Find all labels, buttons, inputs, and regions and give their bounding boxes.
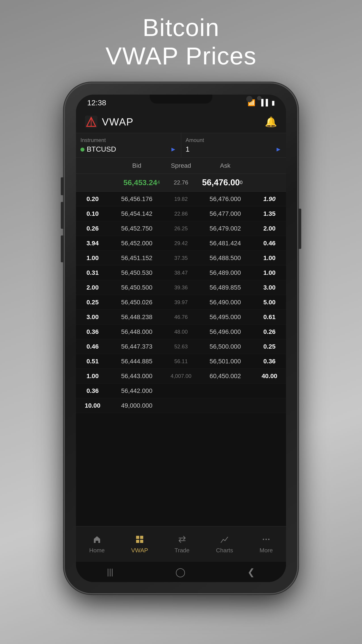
app-logo-icon — [85, 116, 97, 128]
instrument-selector[interactable]: Instrument BTCUSD ► — [76, 133, 181, 158]
row-ask: 56,495.000 — [198, 314, 253, 321]
android-back-icon[interactable]: ❮ — [247, 567, 255, 577]
row-ask: 56,489.855 — [198, 284, 253, 291]
amount-arrow-icon: ► — [275, 146, 282, 153]
row-spread: 26.25 — [164, 226, 198, 232]
row-bid: 56,450.026 — [109, 299, 164, 306]
amount-label: Amount — [186, 137, 282, 143]
phone-notch — [150, 94, 212, 104]
nav-label-vwap: VWAP — [131, 547, 148, 554]
notifications-icon[interactable]: 🔔 — [265, 116, 277, 128]
svg-point-9 — [268, 539, 270, 540]
row-qty-ask: 2.00 — [253, 225, 286, 232]
instrument-status-dot — [80, 148, 84, 152]
instrument-value: BTCUSD ► — [80, 145, 177, 154]
android-home-icon[interactable]: ◯ — [175, 567, 185, 577]
row-bid: 56,456.176 — [109, 196, 164, 202]
nav-item-trade[interactable]: Trade — [175, 534, 189, 554]
table-row[interactable]: 0.20 56,456.176 19.82 56,476.000 1.90 — [76, 192, 286, 206]
nav-item-charts[interactable]: Charts — [216, 534, 233, 554]
phone-shell: 12:38 📶 ▐▐ ▮ VWAP 🔔 — [65, 84, 297, 593]
table-row[interactable]: 10.00 49,000.000 — [76, 398, 286, 413]
svg-point-7 — [263, 539, 264, 540]
svg-rect-6 — [140, 540, 143, 543]
row-ask: 56,477.000 — [198, 210, 253, 217]
android-recent-icon[interactable]: ||| — [107, 567, 113, 577]
row-ask: 56,476.000 — [198, 196, 253, 202]
row-bid: 56,444.885 — [109, 358, 164, 365]
row-qty-bid: 0.51 — [76, 358, 109, 365]
instrument-label: Instrument — [80, 137, 177, 143]
row-bid: 49,000.000 — [109, 402, 164, 409]
row-qty-bid: 10.00 — [76, 402, 109, 409]
table-header: Bid Spread Ask — [76, 158, 286, 174]
row-ask: 60,450.002 — [198, 372, 253, 380]
order-book-table: 0.20 56,456.176 19.82 56,476.000 1.90 0.… — [76, 192, 286, 526]
row-bid: 56,442.000 — [109, 387, 164, 394]
table-row[interactable]: 0.10 56,454.142 22.86 56,477.000 1.35 — [76, 206, 286, 221]
row-ask: 56,489.000 — [198, 269, 253, 276]
row-spread: 56.11 — [164, 358, 198, 364]
instrument-arrow-icon: ► — [170, 146, 177, 153]
table-row[interactable]: 1.00 56,451.152 37.35 56,488.500 1.00 — [76, 251, 286, 266]
svg-rect-3 — [136, 536, 139, 539]
row-bid: 56,443.000 — [109, 372, 164, 380]
row-qty-ask: 0.25 — [253, 343, 286, 350]
controls-row: Instrument BTCUSD ► Amount 1 ► — [76, 133, 286, 158]
svg-rect-5 — [136, 540, 139, 543]
table-row[interactable]: 0.26 56,452.750 26.25 56,479.002 2.00 — [76, 221, 286, 236]
row-ask: 56,481.424 — [198, 240, 253, 247]
nav-item-more[interactable]: More — [259, 534, 273, 554]
row-bid: 56,448.238 — [109, 314, 164, 321]
table-row[interactable]: 3.94 56,452.000 29.42 56,481.424 0.46 — [76, 236, 286, 251]
row-qty-ask: 5.00 — [253, 299, 286, 306]
row-bid: 56,448.000 — [109, 328, 164, 336]
power-button-left[interactable] — [61, 236, 64, 262]
nav-item-home[interactable]: Home — [89, 534, 105, 554]
table-row[interactable]: 3.00 56,448.238 46.76 56,495.000 0.61 — [76, 310, 286, 324]
row-qty-ask: 3.00 — [253, 284, 286, 291]
row-ask: 56,479.002 — [198, 225, 253, 232]
row-bid: 56,447.373 — [109, 343, 164, 350]
power-button-right[interactable] — [298, 209, 301, 249]
svg-point-8 — [266, 539, 267, 540]
nav-icon-charts — [220, 534, 230, 545]
row-bid: 56,452.750 — [109, 225, 164, 232]
table-row[interactable]: 0.36 56,448.000 48.00 56,496.000 0.26 — [76, 324, 286, 339]
android-navigation: ||| ◯ ❮ — [76, 562, 286, 582]
nav-icon-trade — [177, 534, 187, 545]
nav-label-trade: Trade — [175, 547, 189, 554]
nav-icon-more — [261, 534, 271, 545]
row-spread: 22.86 — [164, 211, 198, 217]
row-qty-bid: 0.31 — [76, 269, 109, 276]
row-spread: 29.42 — [164, 240, 198, 246]
row-spread: 39.97 — [164, 299, 198, 306]
table-row[interactable]: 0.46 56,447.373 52.63 56,500.000 0.25 — [76, 339, 286, 354]
status-time: 12:38 — [87, 98, 106, 107]
volume-up-button[interactable] — [61, 177, 64, 195]
amount-selector[interactable]: Amount 1 ► — [181, 133, 286, 158]
battery-icon: ▮ — [272, 99, 275, 106]
table-row[interactable]: 1.00 56,443.000 4,007.00 60,450.002 40.0… — [76, 369, 286, 384]
row-bid: 56,450.500 — [109, 284, 164, 291]
row-spread: 46.76 — [164, 314, 198, 320]
row-spread: 37.35 — [164, 255, 198, 261]
row-qty-bid: 0.36 — [76, 328, 109, 336]
volume-down-button[interactable] — [61, 202, 64, 229]
row-bid: 56,452.000 — [109, 240, 164, 247]
th-bid: Bid — [109, 162, 164, 169]
table-row[interactable]: 0.36 56,442.000 — [76, 384, 286, 398]
row-ask: 56,501.000 — [198, 358, 253, 365]
row-spread: 39.36 — [164, 284, 198, 291]
nav-item-vwap[interactable]: VWAP — [131, 534, 148, 554]
row-qty-bid: 0.25 — [76, 299, 109, 306]
current-ask-price: 56,476.00 — [202, 178, 240, 187]
row-spread: 38.47 — [164, 270, 198, 276]
table-row[interactable]: 0.31 56,450.530 38.47 56,489.000 1.00 — [76, 266, 286, 280]
table-row[interactable]: 0.51 56,444.885 56.11 56,501.000 0.36 — [76, 354, 286, 369]
row-qty-ask: 0.61 — [253, 314, 286, 321]
table-row[interactable]: 0.25 56,450.026 39.97 56,490.000 5.00 — [76, 295, 286, 310]
row-qty-bid: 2.00 — [76, 284, 109, 291]
table-row[interactable]: 2.00 56,450.500 39.36 56,489.855 3.00 — [76, 280, 286, 295]
row-qty-bid: 0.26 — [76, 225, 109, 232]
